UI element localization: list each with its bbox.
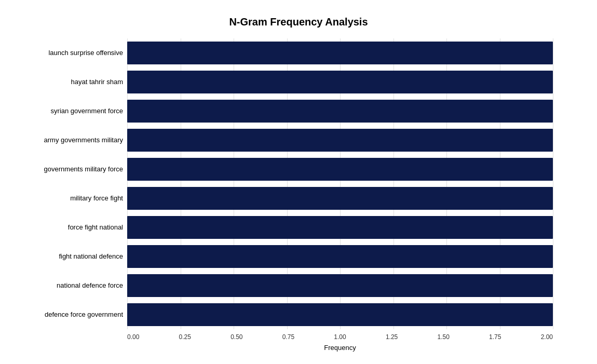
bar bbox=[127, 42, 553, 64]
bar bbox=[127, 71, 553, 93]
bar-label: national defence force bbox=[14, 281, 123, 289]
bar bbox=[127, 129, 553, 152]
bar-row: force fight national bbox=[127, 214, 553, 241]
grid-line-8 bbox=[553, 38, 553, 329]
x-tick: 1.75 bbox=[489, 333, 501, 341]
chart-container: N-Gram Frequency Analysis launch surpris… bbox=[13, 6, 584, 359]
bar-label: hayat tahrir sham bbox=[14, 78, 123, 86]
bar-row: launch surprise offensive bbox=[127, 39, 553, 66]
x-tick: 1.50 bbox=[437, 333, 449, 341]
bar-row: syrian government force bbox=[127, 98, 553, 125]
bar-row: fight national defence bbox=[127, 243, 553, 270]
bars-wrapper: launch surprise offensivehayat tahrir sh… bbox=[127, 38, 553, 329]
x-axis-label: Frequency bbox=[127, 344, 553, 352]
bar-row: military force fight bbox=[127, 185, 553, 212]
bar-label: defence force government bbox=[14, 311, 123, 318]
x-tick: 2.00 bbox=[541, 333, 553, 341]
bar-label: military force fight bbox=[14, 194, 123, 202]
chart-area: launch surprise offensivehayat tahrir sh… bbox=[127, 38, 553, 329]
bar-row: army governments military bbox=[127, 127, 553, 154]
bar-label: governments military force bbox=[14, 165, 123, 173]
x-axis: 0.000.250.500.751.001.251.501.752.00 bbox=[127, 333, 553, 341]
bar-label: fight national defence bbox=[14, 252, 123, 260]
chart-title: N-Gram Frequency Analysis bbox=[44, 16, 553, 28]
x-tick: 0.25 bbox=[179, 333, 191, 341]
bar bbox=[127, 216, 553, 239]
bar bbox=[127, 303, 553, 326]
bar-row: national defence force bbox=[127, 272, 553, 299]
bar-row: defence force government bbox=[127, 301, 553, 328]
bar-label: syrian government force bbox=[14, 107, 123, 115]
x-tick: 0.50 bbox=[230, 333, 242, 341]
bar bbox=[127, 187, 553, 210]
bar bbox=[127, 274, 553, 297]
bar bbox=[127, 100, 553, 123]
x-tick: 0.00 bbox=[127, 333, 139, 341]
bar bbox=[127, 245, 553, 268]
x-tick: 1.00 bbox=[334, 333, 346, 341]
bar bbox=[127, 158, 553, 181]
bar-row: governments military force bbox=[127, 156, 553, 183]
bar-label: force fight national bbox=[14, 223, 123, 231]
bar-row: hayat tahrir sham bbox=[127, 69, 553, 96]
x-tick: 1.25 bbox=[386, 333, 398, 341]
bar-label: launch surprise offensive bbox=[14, 49, 123, 57]
x-tick: 0.75 bbox=[282, 333, 294, 341]
bar-label: army governments military bbox=[14, 136, 123, 144]
